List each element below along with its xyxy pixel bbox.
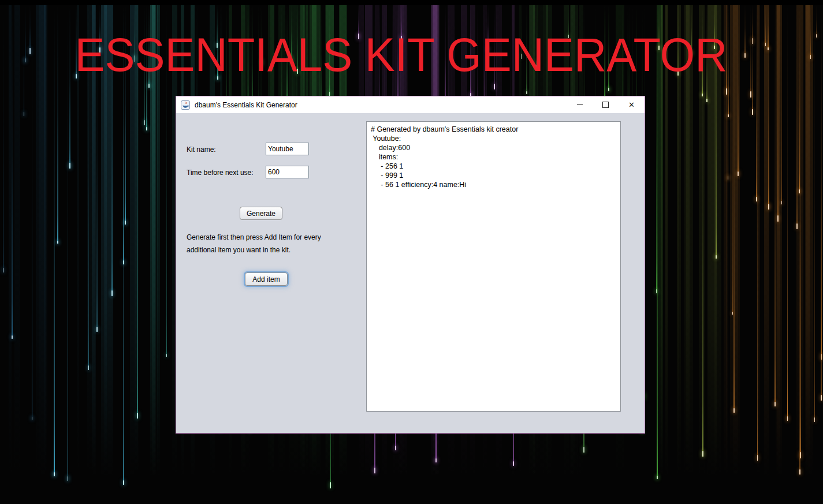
maximize-icon [602, 102, 609, 108]
streak-head [738, 171, 739, 176]
streak-head [494, 84, 495, 89]
streak-head [774, 402, 776, 406]
streak-head [728, 114, 729, 117]
streak-head [732, 312, 733, 315]
streak-head [32, 417, 32, 420]
streak-head [821, 395, 822, 401]
light-streak [796, 5, 798, 229]
light-streak [814, 5, 815, 422]
top-black-strip [0, 0, 823, 5]
streak-head [88, 365, 89, 369]
kit-name-label: Kit name: [187, 145, 216, 154]
streak-head [757, 455, 758, 461]
streak-head [68, 476, 68, 481]
streak-head [810, 55, 811, 58]
java-coffee-cup-icon [181, 100, 190, 110]
kit-name-input[interactable] [266, 143, 309, 155]
generate-button[interactable]: Generate [240, 207, 282, 220]
light-streak [810, 5, 811, 59]
time-before-next-use-label: Time before next use: [187, 169, 254, 177]
streak-head [716, 255, 717, 259]
streak-head [513, 461, 514, 466]
streak-head [583, 447, 584, 453]
light-streak [816, 5, 817, 38]
bg-column [805, 5, 810, 504]
streak-head [608, 88, 609, 91]
streak-head [395, 446, 396, 450]
streak-head [657, 476, 658, 479]
streak-head [750, 91, 751, 98]
streak-head [54, 472, 55, 476]
streak-head [702, 451, 703, 456]
maximize-button[interactable] [593, 96, 619, 113]
instructions-line1: Generate first then press Add Item for e… [187, 233, 321, 241]
streak-head [12, 335, 13, 338]
add-item-button[interactable]: Add item [245, 272, 288, 286]
light-streak [799, 5, 800, 193]
instructions-line2: additional item you want in the kit. [187, 246, 291, 254]
streak-head [137, 413, 138, 419]
streak-head [166, 354, 167, 357]
streak-head [787, 416, 788, 421]
streak-head [123, 480, 124, 485]
streak-head [752, 109, 753, 115]
app-window: dbaum's Essentials Kit Generator ✕ Kit n… [176, 96, 645, 434]
streak-head [111, 290, 113, 296]
streak-head [374, 468, 375, 473]
close-button[interactable]: ✕ [619, 96, 645, 113]
streak-head [3, 268, 3, 272]
streak-head [146, 127, 147, 130]
streak-head [148, 84, 150, 87]
window-content: Kit name: Time before next use: Generate… [176, 113, 645, 433]
time-before-next-use-input[interactable] [266, 166, 309, 178]
streak-head [799, 469, 800, 475]
streak-head [777, 215, 779, 222]
light-streak [3, 5, 3, 272]
streak-head [144, 120, 145, 125]
window-title: dbaum's Essentials Kit Generator [195, 101, 567, 109]
streak-head [814, 417, 815, 422]
streak-head [728, 176, 728, 179]
streak-head [816, 34, 817, 38]
streak-head [706, 99, 707, 102]
streak-head [526, 91, 527, 94]
streak-head [57, 241, 58, 244]
light-streak [821, 5, 822, 401]
desktop-background: ESSENTIALS KIT GENERATOR dbaum's Essenti… [0, 0, 823, 504]
page-title: ESSENTIALS KIT GENERATOR [10, 28, 792, 82]
streak-head [96, 327, 98, 332]
streak-head [125, 221, 126, 225]
streak-head [69, 163, 70, 169]
window-titlebar[interactable]: dbaum's Essentials Kit Generator ✕ [176, 96, 645, 113]
output-textarea[interactable]: # Generated by dbaum's Essentials kit cr… [366, 121, 621, 412]
minimize-icon [577, 104, 583, 105]
close-icon: ✕ [628, 101, 635, 109]
streak-head [768, 204, 769, 210]
streak-head [796, 223, 798, 229]
streak-head [756, 197, 757, 201]
streak-head [330, 482, 331, 488]
streak-head [435, 458, 437, 462]
streak-head [733, 408, 735, 413]
streak-head [799, 189, 800, 193]
streak-head [781, 201, 782, 204]
minimize-button[interactable] [567, 96, 593, 113]
streak-head [24, 112, 24, 116]
streak-head [726, 88, 727, 95]
